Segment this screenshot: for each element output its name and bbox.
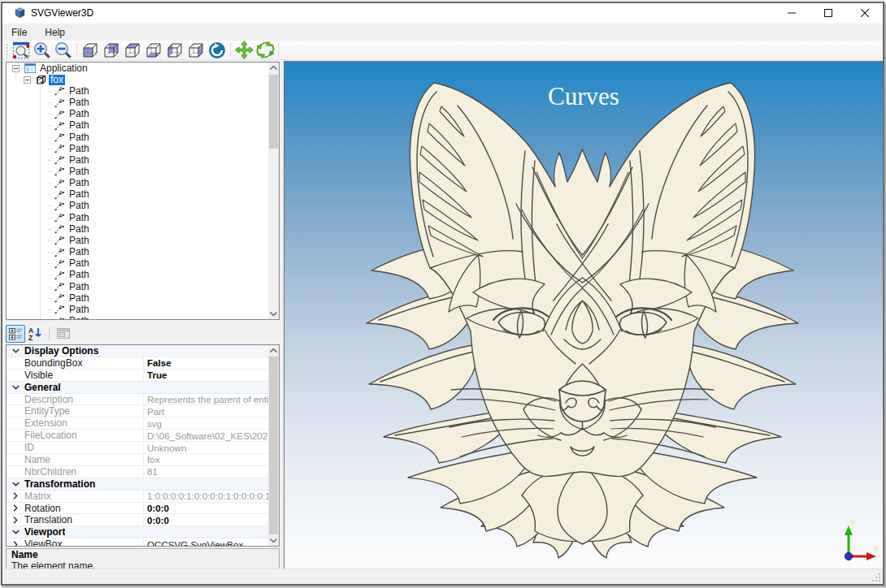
minimize-button[interactable] [773, 3, 810, 23]
tree-label-path[interactable]: Path [67, 316, 91, 319]
collapse-icon[interactable] [12, 65, 20, 72]
tree-scrollbar[interactable] [268, 63, 279, 319]
tree-label-path[interactable]: Path [67, 201, 91, 211]
scroll-down-icon[interactable] [268, 535, 279, 546]
pg-property-value[interactable]: 1:0:0:0:0:1:0:0:0:0:1:0:0:0:0:1 [143, 491, 268, 502]
pg-property-row[interactable]: Matrix 1:0:0:0:0:1:0:0:0:0:1:0:0:0:0:1 [7, 491, 268, 503]
tree-row-path[interactable]: Path [7, 132, 268, 143]
chevron-down-icon[interactable] [7, 530, 24, 534]
chevron-down-icon[interactable] [7, 385, 24, 390]
tree-label-path[interactable]: Path [67, 236, 91, 246]
pg-category-row[interactable]: Display Options [7, 345, 268, 357]
pg-property-row[interactable]: Rotation 0:0:0 [7, 503, 268, 515]
chevron-down-icon[interactable] [7, 348, 24, 353]
pg-property-value[interactable]: D:\06_Software\02_KES\2023\SVGSerial [143, 430, 268, 441]
pg-property-row[interactable]: BoundingBox False [7, 357, 268, 370]
tree-row-path[interactable]: Path [7, 97, 268, 108]
view-back-button[interactable] [101, 41, 122, 60]
view-front-button[interactable] [80, 41, 101, 60]
pg-category-row[interactable]: Transformation [7, 478, 268, 491]
pg-property-value[interactable]: 0:0:0 [143, 503, 268, 514]
tree-row-application[interactable]: Application [7, 63, 268, 74]
tree-row-path[interactable]: Path [7, 109, 268, 120]
tree-row-path[interactable]: Path [7, 189, 268, 201]
chevron-right-icon[interactable] [7, 492, 24, 499]
pg-property-row[interactable]: EntityType Part [7, 405, 268, 417]
tree-label-path[interactable]: Path [67, 189, 91, 200]
menu-file[interactable]: File [2, 25, 36, 40]
pg-property-value[interactable]: True [143, 370, 268, 381]
tree-row-path[interactable]: Path [7, 292, 268, 304]
tree-label-path[interactable]: Path [67, 120, 91, 131]
tree-row-path[interactable]: Path [7, 235, 268, 246]
tree-label-path[interactable]: Path [67, 213, 91, 223]
close-button[interactable] [846, 3, 883, 23]
zoom-window-button[interactable] [11, 41, 32, 60]
pg-property-row[interactable]: Description Represents the parent of ent… [7, 394, 268, 406]
tree-label-path[interactable]: Path [67, 97, 91, 108]
tree-label-fox[interactable]: fox [49, 75, 65, 85]
tree-row-path[interactable]: Path [7, 223, 268, 235]
pg-property-row[interactable]: NbrChildren 81 [7, 466, 268, 478]
zoom-in-button[interactable] [32, 41, 53, 60]
tree-row-path[interactable]: Path [7, 120, 268, 132]
scroll-up-icon[interactable] [268, 345, 279, 356]
pg-property-value[interactable]: fox [143, 454, 268, 465]
tree-row-path[interactable]: Path [7, 85, 268, 97]
property-grid-scroll-thumb[interactable] [269, 357, 278, 534]
pg-property-value[interactable]: 81 [143, 466, 268, 478]
tree-row-path[interactable]: Path [7, 201, 268, 212]
tree-row-path[interactable]: Path [7, 315, 268, 319]
tree-row-path[interactable]: Path [7, 166, 268, 177]
property-pages-button[interactable] [54, 325, 73, 343]
tree-label-path[interactable]: Path [67, 155, 91, 166]
view-top-button[interactable] [122, 41, 143, 60]
viewport-3d[interactable]: Curves Y X Z [284, 61, 884, 572]
pg-category-row[interactable]: Viewport [7, 526, 268, 538]
tree-label-path[interactable]: Path [67, 86, 91, 97]
tree-row-path[interactable]: Path [7, 281, 268, 292]
scroll-down-icon[interactable] [268, 309, 279, 319]
pg-property-value[interactable]: OCCSVG.SvgViewBox [143, 538, 268, 547]
chevron-down-icon[interactable] [7, 482, 24, 486]
tree-label-path[interactable]: Path [67, 305, 91, 315]
pg-category-row[interactable]: General [7, 382, 268, 394]
pg-property-row[interactable]: Translation 0:0:0 [7, 514, 268, 526]
property-grid-scrollbar[interactable] [268, 345, 279, 546]
tree-row-fox[interactable]: fox [7, 74, 268, 85]
tree-scroll-thumb[interactable] [269, 75, 278, 149]
tree-label-path[interactable]: Path [67, 132, 91, 143]
tree-label-path[interactable]: Path [67, 144, 91, 154]
pg-property-row[interactable]: FileLocation D:\06_Software\02_KES\2023\… [7, 430, 268, 442]
pg-property-value[interactable]: False [143, 357, 268, 369]
pg-property-value[interactable]: Part [143, 405, 268, 417]
pan-button[interactable] [233, 41, 254, 60]
tree-row-path[interactable]: Path [7, 258, 268, 270]
tree-label-path[interactable]: Path [67, 224, 91, 235]
view-right-button[interactable] [185, 41, 206, 60]
tree-row-path[interactable]: Path [7, 270, 268, 281]
pg-property-value[interactable]: Represents the parent of entities. [143, 394, 268, 405]
rotate-button[interactable] [254, 41, 276, 60]
pg-property-row[interactable]: ID Unknown [7, 442, 268, 454]
pg-property-row[interactable]: Name fox [7, 454, 268, 466]
menu-help[interactable]: Help [36, 25, 74, 40]
tree-label-application[interactable]: Application [38, 63, 89, 74]
tree-label-path[interactable]: Path [67, 270, 91, 280]
tree-label-path[interactable]: Path [67, 166, 91, 177]
pg-property-value[interactable]: 0:0:0 [143, 514, 268, 525]
tree-label-path[interactable]: Path [67, 282, 91, 292]
categorized-button[interactable] [6, 325, 25, 343]
tree-label-path[interactable]: Path [67, 247, 91, 257]
pg-property-row[interactable]: ViewBox OCCSVG.SvgViewBox [7, 538, 268, 547]
zoom-out-button[interactable] [53, 41, 74, 60]
tree-label-path[interactable]: Path [67, 293, 91, 304]
tree-row-path[interactable]: Path [7, 178, 268, 189]
tree-label-path[interactable]: Path [67, 258, 91, 269]
pg-property-value[interactable]: Unknown [143, 442, 268, 453]
view-left-button[interactable] [164, 41, 185, 60]
pg-property-value[interactable]: svg [143, 417, 268, 429]
tree-row-path[interactable]: Path [7, 154, 268, 166]
view-bottom-button[interactable] [143, 41, 164, 60]
alphabetical-button[interactable]: A Z [25, 325, 45, 343]
